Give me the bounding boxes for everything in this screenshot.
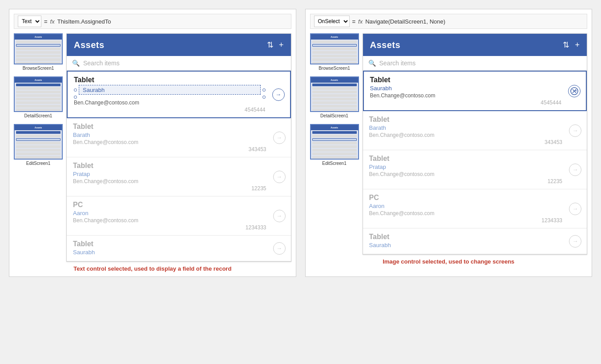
right-browse-screen-label: BrowseScreen1 <box>310 64 359 72</box>
right-item-3-assigned: Aaron <box>369 203 563 209</box>
right-item-1-arrow[interactable]: → <box>569 124 581 137</box>
right-item-4-title: Tablet <box>369 233 563 241</box>
left-search-bar[interactable]: 🔍 Search items <box>67 56 291 71</box>
left-formula-bar: Text = fx <box>14 14 291 29</box>
right-item-1-assigned: Barath <box>369 124 563 131</box>
left-add-icon[interactable]: + <box>279 40 284 50</box>
left-list-item-1[interactable]: Tablet Barath Ben.Change@contoso.com 343… <box>67 118 291 157</box>
left-item-3-title: PC <box>73 201 266 209</box>
left-sort-icon[interactable]: ⇅ <box>267 40 274 50</box>
right-formula-bar: OnSelect = fx <box>310 14 588 29</box>
right-item-1-title: Tablet <box>369 116 563 124</box>
left-app-preview: Assets ⇅ + 🔍 Search items Tablet <box>66 33 291 262</box>
left-item-1-email: Ben.Change@contoso.com <box>73 139 266 145</box>
left-item-4-arrow[interactable]: → <box>273 242 286 255</box>
left-item-3-number: 1234333 <box>73 224 266 231</box>
left-list-item-0[interactable]: Tablet Saurabh Ben.Change@contos <box>67 71 291 118</box>
left-equals: = <box>44 18 48 25</box>
left-sidebar: Assets BrowseScreen1 <box>14 33 63 262</box>
left-item-2-arrow[interactable]: → <box>273 171 286 183</box>
right-list-item-1[interactable]: Tablet Barath Ben.Change@contoso.com 343… <box>363 111 587 150</box>
left-item-3-arrow[interactable]: → <box>273 210 286 222</box>
left-app-title: Assets <box>74 40 105 50</box>
right-add-icon[interactable]: + <box>575 40 580 50</box>
right-item-4-arrow[interactable]: → <box>569 235 581 248</box>
right-item-0-navigate-icon[interactable] <box>568 85 581 97</box>
right-panel: OnSelect = fx Assets <box>305 9 593 277</box>
left-item-3-email: Ben.Change@contoso.com <box>73 217 266 224</box>
right-property-select[interactable]: OnSelect <box>314 16 350 27</box>
right-detail-screen-thumb[interactable]: Assets <box>310 76 359 120</box>
left-formula-input[interactable] <box>57 18 287 25</box>
left-item-1-number: 343453 <box>73 146 266 152</box>
right-sidebar: Assets BrowseScreen1 <box>310 33 359 255</box>
left-list-item-2[interactable]: Tablet Pratap Ben.Change@contoso.com 122… <box>67 157 291 196</box>
right-formula-input[interactable] <box>365 18 583 25</box>
right-item-0-number: 4545444 <box>370 100 562 106</box>
right-search-icon: 🔍 <box>368 60 376 67</box>
left-item-1-title: Tablet <box>73 123 266 131</box>
left-item-0-assigned: Saurabh <box>83 87 105 93</box>
right-app-preview: Assets ⇅ + 🔍 Search items Tablet Saurabh… <box>363 33 588 255</box>
right-item-2-arrow[interactable]: → <box>569 164 581 176</box>
left-list-item-3[interactable]: PC Aaron Ben.Change@contoso.com 1234333 … <box>67 196 291 236</box>
left-item-0-title: Tablet <box>74 76 266 84</box>
browse-screen-label: BrowseScreen1 <box>14 64 63 72</box>
right-item-0-email: Ben.Change@contoso.com <box>370 92 562 99</box>
right-fx: fx <box>358 18 363 25</box>
right-item-2-assigned: Pratap <box>369 164 563 170</box>
left-item-0-email: Ben.Change@contoso.com <box>74 100 266 106</box>
left-item-4-title: Tablet <box>73 240 266 248</box>
right-item-1-number: 343453 <box>369 139 563 145</box>
right-item-4-assigned: Saurabh <box>369 242 563 248</box>
left-app-header-icons: ⇅ + <box>267 40 284 50</box>
right-list-item-3[interactable]: PC Aaron Ben.Change@contoso.com 1234333 … <box>363 189 587 228</box>
right-item-2-email: Ben.Change@contoso.com <box>369 171 563 177</box>
right-app-title: Assets <box>370 40 401 50</box>
left-panel: Text = fx Assets <box>9 9 296 277</box>
left-item-2-title: Tablet <box>73 162 266 170</box>
right-content-area: Assets BrowseScreen1 <box>310 33 588 255</box>
right-search-placeholder: Search items <box>379 60 416 67</box>
right-item-0-assigned: Saurabh <box>370 85 562 92</box>
left-search-placeholder: Search items <box>83 60 120 67</box>
right-item-3-email: Ben.Change@contoso.com <box>369 210 563 216</box>
left-content-area: Assets BrowseScreen1 <box>14 33 291 262</box>
left-item-1-arrow[interactable]: → <box>273 132 286 144</box>
left-edit-screen-thumb[interactable]: Assets <box>14 124 63 167</box>
right-app-header-icons: ⇅ + <box>563 40 580 50</box>
right-list-item-0[interactable]: Tablet Saurabh Ben.Change@contoso.com 45… <box>363 71 587 111</box>
right-item-2-title: Tablet <box>369 155 563 163</box>
right-app-header: Assets ⇅ + <box>363 34 587 56</box>
right-search-bar[interactable]: 🔍 Search items <box>363 56 587 71</box>
right-item-1-email: Ben.Change@contoso.com <box>369 132 563 138</box>
left-item-0-number: 4545444 <box>74 107 266 113</box>
right-edit-screen-thumb[interactable]: Assets <box>310 124 359 167</box>
left-item-1-assigned: Barath <box>73 132 266 138</box>
left-browse-screen-thumb[interactable]: Assets BrowseScreen1 <box>14 33 63 72</box>
edit-screen-label: EditScreen1 <box>14 160 63 167</box>
left-item-0-arrow[interactable]: → <box>272 88 285 101</box>
right-sort-icon[interactable]: ⇅ <box>563 40 569 50</box>
right-list-item-4[interactable]: Tablet Saurabh → <box>363 228 587 254</box>
left-list-item-4[interactable]: Tablet Saurabh → <box>67 236 291 261</box>
right-browse-screen-thumb[interactable]: Assets BrowseScreen1 <box>310 33 359 72</box>
left-app-header: Assets ⇅ + <box>67 34 291 56</box>
left-item-3-assigned: Aaron <box>73 210 266 216</box>
left-caption: Text control selected, used to display a… <box>14 265 291 272</box>
left-detail-screen-thumb[interactable]: Assets <box>14 76 63 120</box>
right-item-0-title: Tablet <box>370 76 562 84</box>
right-item-2-number: 12235 <box>369 178 563 184</box>
left-search-icon: 🔍 <box>72 60 80 67</box>
left-property-select[interactable]: Text <box>18 16 41 27</box>
left-item-4-assigned: Saurabh <box>73 249 266 256</box>
right-item-3-arrow[interactable]: → <box>569 203 581 215</box>
left-item-2-email: Ben.Change@contoso.com <box>73 178 266 184</box>
right-edit-screen-label: EditScreen1 <box>310 160 359 167</box>
right-item-3-number: 1234333 <box>369 217 563 224</box>
left-item-2-assigned: Pratap <box>73 171 266 177</box>
right-caption: Image control selected, used to change s… <box>310 258 588 265</box>
right-item-3-title: PC <box>369 194 563 202</box>
left-fx: fx <box>50 18 55 25</box>
right-list-item-2[interactable]: Tablet Pratap Ben.Change@contoso.com 122… <box>363 150 587 189</box>
